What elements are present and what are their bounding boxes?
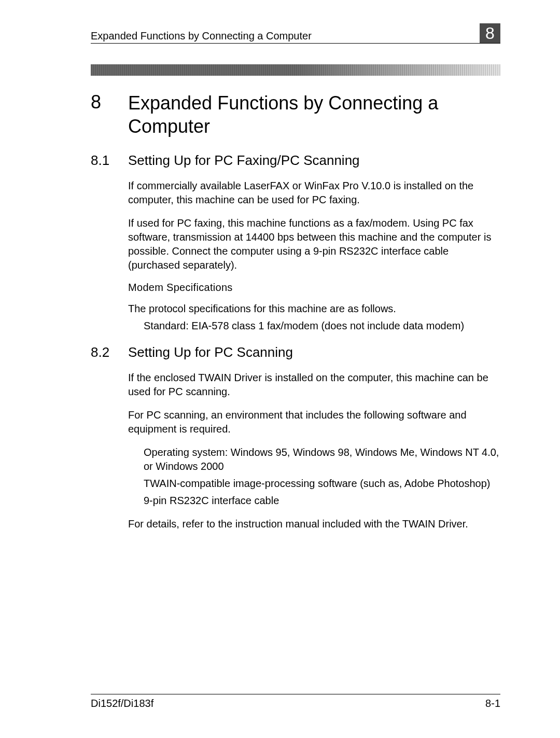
paragraph: If the enclosed TWAIN Driver is installe… — [128, 371, 500, 399]
sub-heading: Modem Specifications — [128, 282, 500, 294]
paragraph: If commercially available LaserFAX or Wi… — [128, 179, 500, 207]
footer-model: Di152f/Di183f — [91, 698, 153, 709]
footer-page-number: 8-1 — [485, 698, 500, 709]
header-title: Expanded Functions by Connecting a Compu… — [91, 30, 312, 42]
paragraph: For details, refer to the instruction ma… — [128, 517, 500, 531]
chapter-title: Expanded Functions by Connecting a Compu… — [128, 91, 500, 138]
list-item: 9-pin RS232C interface cable — [144, 494, 500, 508]
paragraph: The protocol specifications for this mac… — [128, 302, 500, 316]
section-title: Setting Up for PC Faxing/PC Scanning — [128, 152, 360, 169]
chapter-badge: 8 — [480, 23, 500, 43]
list-item: TWAIN-compatible image-processing softwa… — [144, 477, 500, 491]
list-item: Standard: EIA-578 class 1 fax/modem (doe… — [144, 319, 500, 333]
section-heading: 8.2 Setting Up for PC Scanning — [91, 344, 500, 360]
page-header: Expanded Functions by Connecting a Compu… — [91, 23, 500, 44]
list-item: Operating system: Windows 95, Windows 98… — [144, 445, 500, 474]
chapter-heading: 8 Expanded Functions by Connecting a Com… — [91, 91, 500, 138]
paragraph: For PC scanning, an environment that inc… — [128, 408, 500, 436]
chapter-number: 8 — [91, 91, 128, 113]
page-footer: Di152f/Di183f 8-1 — [91, 694, 500, 709]
paragraph: If used for PC faxing, this machine func… — [128, 216, 500, 272]
section-number: 8.2 — [91, 344, 128, 360]
section-number: 8.1 — [91, 152, 128, 169]
section-title: Setting Up for PC Scanning — [128, 344, 293, 360]
decorative-gradient-bar — [91, 64, 500, 76]
section-heading: 8.1 Setting Up for PC Faxing/PC Scanning — [91, 152, 500, 169]
